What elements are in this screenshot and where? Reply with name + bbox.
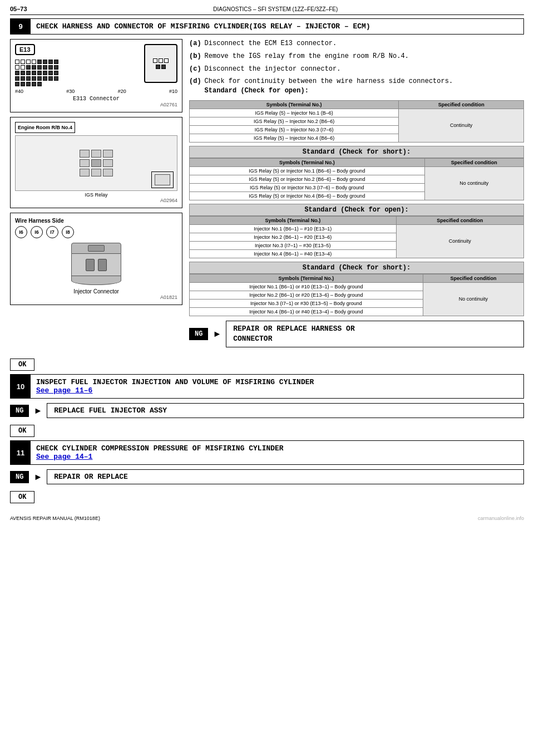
table1-spec: Continuity xyxy=(399,109,524,142)
step9-number: 9 xyxy=(11,19,31,34)
page-title: DIAGNOSTICS – SFI SYSTEM (1ZZ–FE/3ZZ–FE) xyxy=(27,6,524,12)
ok-btn-step10: OK xyxy=(10,421,524,440)
instr-c: (c) Disconnect the injector connector. xyxy=(189,65,524,74)
table-row: Injector No.1 (B6–1) or #10 (E13–1) – Bo… xyxy=(190,282,524,291)
step11-number: 11 xyxy=(11,441,31,464)
instructions-column: (a) Disconnect the ECM E13 connector. (b… xyxy=(189,39,524,351)
ng-action-step10: REPLACE FUEL INJECTOR ASSY xyxy=(47,403,524,418)
ng-arrow-step9: ► xyxy=(212,329,221,339)
circle-i6-1: I6 xyxy=(15,226,27,238)
step9-content: E13 xyxy=(10,39,524,351)
ng-button-step9: NG xyxy=(189,328,208,340)
injector-diagram: Wire Harness Side I6 I6 I7 I8 xyxy=(10,213,182,305)
step10-number: 10 xyxy=(11,375,31,398)
ng-arrow-step10: ► xyxy=(33,406,42,416)
step9-title: CHECK HARNESS AND CONNECTOR OF MISFIRING… xyxy=(31,19,523,34)
step11-title-line1: CHECK CYLINDER COMPRESSION PRESSURE OF M… xyxy=(36,444,518,453)
table2-col1-header: Symbols (Terminal No.) xyxy=(190,158,425,166)
ng-row-step11: NG ► REPAIR OR REPLACE xyxy=(10,469,524,484)
page-header: 05–73 DIAGNOSTICS – SFI SYSTEM (1ZZ–FE/3… xyxy=(10,6,524,12)
wire-harness-label: Wire Harness Side xyxy=(15,218,177,224)
step11-box: 11 CHECK CYLINDER COMPRESSION PRESSURE O… xyxy=(10,440,524,465)
step10-title-line2: See page 11–6 xyxy=(36,386,518,395)
diagram-ref-2: A02964 xyxy=(15,198,177,203)
e313-connector-label: E313 Connector xyxy=(15,95,177,102)
ng-row-step10: NG ► REPLACE FUEL INJECTOR ASSY xyxy=(10,403,524,418)
engine-room-diagram: Engine Room R/B No.4 xyxy=(10,117,182,208)
instr-d: (d) Check for continuity between the wir… xyxy=(189,77,524,96)
injector-connector-label: Injector Connector xyxy=(15,288,177,294)
step11-title-line2: See page 14–1 xyxy=(36,453,518,461)
ng-arrow-step11: ► xyxy=(33,472,42,482)
pin-10: #10 xyxy=(169,89,177,94)
step9-box: 9 CHECK HARNESS AND CONNECTOR OF MISFIRI… xyxy=(10,18,524,35)
ng-button-step11: NG xyxy=(10,471,29,483)
table4-col1-header: Symbols (Terminal No.) xyxy=(190,274,423,282)
table4-col2-header: Specified condition xyxy=(423,274,523,282)
manual-label: AVENSIS REPAIR MANUAL (RM1018E) xyxy=(10,516,100,521)
instr-a: (a) Disconnect the ECM E13 connector. xyxy=(189,39,524,48)
ng-button-step10: NG xyxy=(10,405,29,417)
instr-b: (b) Remove the IGS relay from the engine… xyxy=(189,52,524,61)
table3-col2-header: Specified condition xyxy=(396,216,523,224)
footer: AVENSIS REPAIR MANUAL (RM1018E) carmanua… xyxy=(10,516,524,521)
ok-btn-step9: OK xyxy=(10,355,524,374)
standard-short2-header: Standard (Check for short): xyxy=(189,262,524,274)
circle-labels-row: I6 I6 I7 I8 xyxy=(15,226,177,238)
table1: Symbols (Terminal No.) Specified conditi… xyxy=(189,100,524,143)
table2-spec: No continuity xyxy=(424,166,523,200)
table2: Symbols (Terminal No.) Specified conditi… xyxy=(189,158,524,200)
circle-i7: I7 xyxy=(46,226,58,238)
table3: Symbols (Terminal No.) Specified conditi… xyxy=(189,216,524,258)
table-row: IGS Relay (5) or Injector No.1 (B6–6) – … xyxy=(190,166,524,175)
e13-label: E13 xyxy=(15,44,35,55)
circle-i8: I8 xyxy=(62,226,74,238)
ok-btn-step11: OK xyxy=(10,488,524,507)
table1-col1-header: Symbols (Terminal No.) xyxy=(190,100,399,109)
step10-box: 10 INSPECT FUEL INJECTOR INJECTION AND V… xyxy=(10,374,524,399)
circle-i6-2: I6 xyxy=(31,226,43,238)
pin-20: #20 xyxy=(118,89,126,94)
standard-open2-header: Standard (Check for open): xyxy=(189,204,524,216)
ng-action-step11: REPAIR OR REPLACE xyxy=(47,469,524,484)
diagram-ref-3: A01821 xyxy=(15,294,177,300)
step10-title-block: INSPECT FUEL INJECTOR INJECTION AND VOLU… xyxy=(31,375,523,398)
step11-title-block: CHECK CYLINDER COMPRESSION PRESSURE OF M… xyxy=(31,441,523,464)
engine-room-label: Engine Room R/B No.4 xyxy=(15,122,75,133)
watermark: carmanualonline.info xyxy=(478,516,524,521)
table4: Symbols (Terminal No.) Specified conditi… xyxy=(189,274,524,316)
table3-spec: Continuity xyxy=(396,224,523,258)
table-row: IGS Relay (5) – Injector No.1 (B–6) Cont… xyxy=(190,109,524,117)
table3-col1-header: Symbols (Terminal No.) xyxy=(190,216,397,224)
table-row: Injector No.1 (B6–1) – #10 (E13–1) Conti… xyxy=(190,224,524,233)
step10-title-line1: INSPECT FUEL INJECTOR INJECTION AND VOLU… xyxy=(36,378,518,386)
table2-col2-header: Specified condition xyxy=(424,158,523,166)
table1-col2-header: Specified condition xyxy=(399,100,524,109)
ng-row-step9: NG ► REPAIR OR REPLACE HARNESS ORCONNECT… xyxy=(189,321,524,347)
page-number: 05–73 xyxy=(10,6,27,12)
table4-spec: No continuity xyxy=(423,282,523,316)
e13-connector-diagram: E13 xyxy=(10,39,182,112)
igs-relay-label: IGS Relay xyxy=(15,192,177,198)
instruction-list: (a) Disconnect the ECM E13 connector. (b… xyxy=(189,39,524,96)
pin-30: #30 xyxy=(66,89,75,94)
diagrams-column: E13 xyxy=(10,39,182,351)
ng-action-step9: REPAIR OR REPLACE HARNESS ORCONNECTOR xyxy=(226,321,524,347)
pin-40: #40 xyxy=(15,89,23,94)
diagram-ref-1: A02761 xyxy=(15,102,177,107)
standard-short1-header: Standard (Check for short): xyxy=(189,146,524,158)
